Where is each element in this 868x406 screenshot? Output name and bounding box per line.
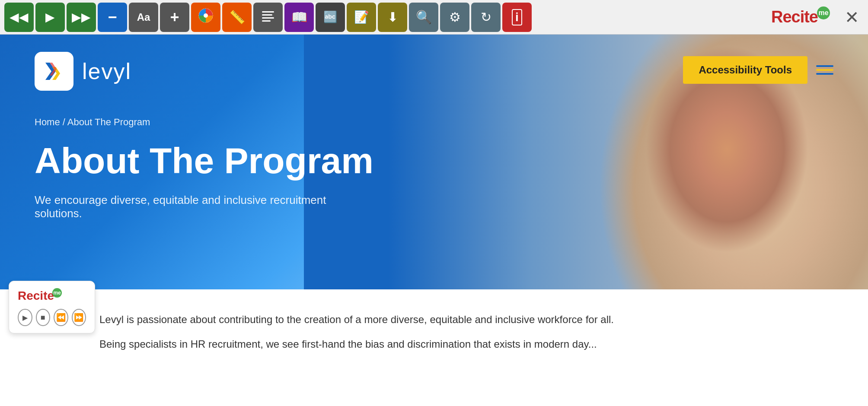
accessibility-tools-button[interactable]: Accessibility Tools [683,56,807,84]
info-icon: i [512,9,522,25]
rewind-icon: ◀◀ [10,10,29,24]
close-icon: ✕ [845,8,859,27]
color-options-button[interactable] [191,3,220,32]
font-size-button[interactable]: Aa [129,3,158,32]
widget-controls: ▶ ■ ⏪ ⏩ [18,309,86,326]
hamburger-menu-button[interactable] [816,65,833,75]
widget-play-button[interactable]: ▶ [18,309,32,326]
svg-rect-4 [262,17,274,19]
recite-widget: Recite me ▶ ■ ⏪ ⏩ [9,281,95,333]
play-icon: ▶ [45,10,55,24]
hamburger-line-2 [816,69,833,71]
content-paragraph-2: Being specialists in HR recruitment, we … [99,336,833,353]
text-tools-icon: 📝 [354,10,369,24]
content-section: Recite me ▶ ■ ⏪ ⏩ Levyl is passionate ab… [0,289,868,382]
recite-widget-badge: me [52,288,62,298]
widget-stop-icon: ■ [41,313,45,322]
info-button[interactable]: i [502,3,532,32]
widget-play-icon: ▶ [22,314,28,322]
widget-forward-icon: ⏩ [74,313,83,322]
breadcrumb-separator: / [63,117,67,127]
color-wheel-icon [198,8,214,27]
breadcrumb-current: About The Program [67,117,150,127]
text-align-icon [260,8,276,26]
hero-subtitle: We encourage diverse, equitable and incl… [35,193,337,220]
widget-stop-button[interactable]: ■ [36,309,51,326]
minus-icon: − [108,8,117,26]
dictionary-button[interactable]: 📖 [284,3,314,32]
svg-rect-5 [262,20,271,22]
reset-button[interactable]: ↻ [471,3,501,32]
text-align-button[interactable] [253,3,283,32]
font-size-icon: Aa [137,11,150,23]
close-toolbar-button[interactable]: ✕ [840,7,864,27]
nav-area: Accessibility Tools [683,56,833,84]
hero-section: levyl Home / About The Program About The… [0,35,868,289]
decrease-font-button[interactable]: − [98,3,127,32]
fast-forward-button[interactable]: ▶▶ [67,3,96,32]
widget-forward-button[interactable]: ⏩ [72,309,86,326]
breadcrumb-home[interactable]: Home [35,117,60,127]
ruler-button[interactable]: 📏 [222,3,252,32]
fast-forward-icon: ▶▶ [72,10,91,24]
levyl-logo-name: levyl [82,58,131,84]
hamburger-line-1 [816,65,833,67]
content-paragraph-1: Levyl is passionate about contributing t… [99,311,833,329]
svg-point-1 [204,13,208,18]
download-icon: ⬇ [387,10,398,25]
settings-button[interactable]: ⚙ [440,3,469,32]
translate-button[interactable]: 🔤 [316,3,345,32]
dictionary-icon: 📖 [291,10,307,25]
recite-badge: me [817,6,830,19]
svg-rect-3 [262,14,272,16]
recite-widget-logo: Recite me [18,288,86,304]
translate-icon: 🔤 [323,10,337,24]
rewind-button[interactable]: ◀◀ [4,3,34,32]
text-tools-button[interactable]: 📝 [347,3,376,32]
accessibility-toolbar: ◀◀ ▶ ▶▶ − Aa + 📏 [0,0,868,35]
gear-icon: ⚙ [449,10,461,25]
widget-rewind-button[interactable]: ⏪ [54,309,68,326]
widget-rewind-icon: ⏪ [56,313,66,322]
zoom-button[interactable]: 🔍 [409,3,438,32]
levyl-logo-svg [41,58,67,84]
hamburger-line-3 [816,73,833,75]
svg-rect-2 [262,11,274,13]
increase-font-button[interactable]: + [160,3,189,32]
play-button[interactable]: ▶ [35,3,65,32]
download-button[interactable]: ⬇ [378,3,407,32]
breadcrumb: Home / About The Program [35,117,833,128]
levyl-logo-icon [35,52,73,91]
recite-me-toolbar-logo: Recite me [771,6,830,28]
recite-widget-brand-text: Recite [18,289,54,303]
recite-brand-text: Recite [771,8,818,26]
reset-icon: ↻ [481,10,491,25]
page-title: About The Program [35,141,833,181]
zoom-icon: 🔍 [416,10,432,25]
plus-icon: + [170,8,179,26]
ruler-icon: 📏 [229,10,245,25]
